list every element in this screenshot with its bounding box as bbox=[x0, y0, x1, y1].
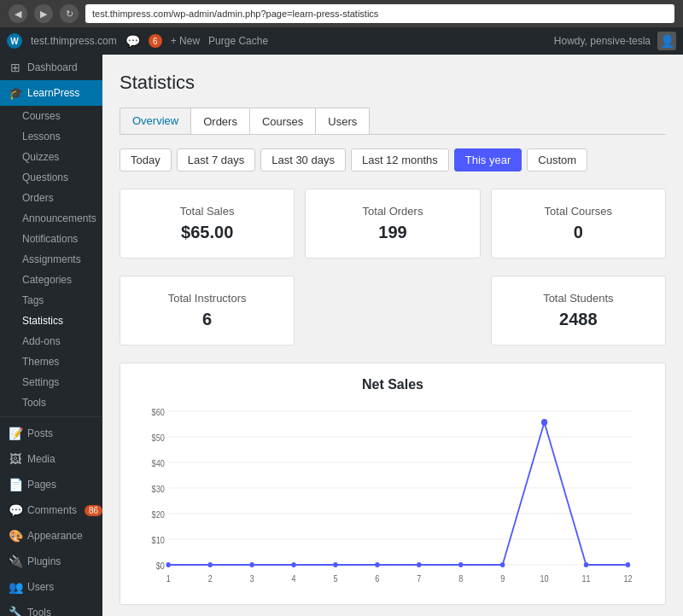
wp-logo-icon[interactable]: W bbox=[7, 33, 22, 49]
filter-last30[interactable]: Last 30 days bbox=[260, 148, 346, 171]
svg-text:4: 4 bbox=[292, 574, 297, 584]
stats-grid-row2: Total Instructors 6 Total Students 2488 bbox=[120, 276, 666, 346]
total-students-value: 2488 bbox=[509, 310, 648, 329]
svg-text:$20: $20 bbox=[152, 510, 165, 520]
tab-orders[interactable]: Orders bbox=[190, 108, 250, 134]
svg-text:$60: $60 bbox=[152, 408, 165, 418]
users-icon: 👥 bbox=[9, 580, 22, 594]
sidebar-item-dashboard[interactable]: ⊞ Dashboard bbox=[0, 55, 102, 80]
total-orders-value: 199 bbox=[323, 223, 462, 242]
filter-last12[interactable]: Last 12 months bbox=[351, 148, 449, 171]
sidebar-item-plugins[interactable]: 🔌 Plugins bbox=[0, 549, 102, 574]
chart-section: Net Sales $0 $10 $20 $30 $40 bbox=[120, 363, 666, 605]
svg-text:9: 9 bbox=[500, 574, 505, 584]
sidebar-sub-addons[interactable]: Add-ons bbox=[0, 331, 102, 352]
sidebar-tools-label: Tools bbox=[27, 607, 51, 616]
sidebar-plugins-label: Plugins bbox=[27, 555, 61, 567]
sidebar-sub-themes[interactable]: Themes bbox=[0, 352, 102, 372]
forward-button[interactable]: ▶ bbox=[34, 4, 53, 23]
posts-icon: 📝 bbox=[9, 427, 22, 440]
chart-title: Net Sales bbox=[137, 377, 648, 392]
site-name[interactable]: test.thimpress.com bbox=[31, 35, 117, 47]
sidebar: ⊞ Dashboard 🎓 LearnPress Courses Lessons… bbox=[0, 55, 102, 616]
media-icon: 🖼 bbox=[9, 452, 22, 466]
sidebar-comments-label: Comments bbox=[27, 504, 77, 516]
avatar[interactable]: 👤 bbox=[657, 32, 676, 50]
stats-grid-row1: Total Sales $65.00 Total Orders 199 Tota… bbox=[120, 189, 666, 259]
filter-row: Today Last 7 days Last 30 days Last 12 m… bbox=[120, 148, 666, 171]
total-courses-value: 0 bbox=[509, 223, 648, 242]
svg-point-15 bbox=[207, 562, 212, 567]
purge-cache-button[interactable]: Purge Cache bbox=[208, 35, 268, 47]
sidebar-sub-courses[interactable]: Courses bbox=[0, 106, 102, 126]
sidebar-learnpress-label: LearnPress bbox=[27, 87, 79, 99]
filter-custom[interactable]: Custom bbox=[527, 148, 587, 171]
total-instructors-label: Total Instructors bbox=[137, 292, 277, 305]
sidebar-sub-orders[interactable]: Orders bbox=[0, 188, 102, 208]
tab-courses[interactable]: Courses bbox=[249, 108, 316, 134]
sidebar-item-comments[interactable]: 💬 Comments 86 bbox=[0, 497, 102, 523]
sidebar-sub-assignments[interactable]: Assignments bbox=[0, 249, 102, 270]
tools-icon: 🔧 bbox=[9, 606, 22, 616]
filter-thisyear[interactable]: This year bbox=[454, 148, 522, 171]
tabs-row: Overview Orders Courses Users bbox=[120, 108, 666, 135]
svg-text:5: 5 bbox=[333, 574, 337, 584]
sidebar-posts-label: Posts bbox=[27, 427, 53, 439]
comments-sidebar-icon: 💬 bbox=[9, 503, 22, 517]
svg-text:7: 7 bbox=[417, 574, 421, 584]
sidebar-item-posts[interactable]: 📝 Posts bbox=[0, 421, 102, 446]
back-button[interactable]: ◀ bbox=[9, 4, 27, 23]
sidebar-sub-quizzes[interactable]: Quizzes bbox=[0, 147, 102, 167]
sidebar-sub-tags[interactable]: Tags bbox=[0, 290, 102, 311]
sidebar-users-label: Users bbox=[27, 581, 54, 593]
sidebar-item-tools[interactable]: 🔧 Tools bbox=[0, 600, 102, 616]
svg-point-20 bbox=[417, 562, 421, 567]
sidebar-sub-questions[interactable]: Questions bbox=[0, 167, 102, 188]
total-sales-label: Total Sales bbox=[137, 205, 277, 218]
url-text: test.thimpress.com/wp-admin/admin.php?pa… bbox=[92, 9, 378, 19]
sidebar-item-pages[interactable]: 📄 Pages bbox=[0, 472, 102, 497]
sidebar-dashboard-label: Dashboard bbox=[27, 61, 78, 73]
comments-sidebar-badge: 86 bbox=[85, 505, 102, 516]
svg-point-25 bbox=[626, 562, 630, 567]
sidebar-sub-categories[interactable]: Categories bbox=[0, 270, 102, 290]
page-title: Statistics bbox=[120, 72, 666, 94]
content-area: Statistics Overview Orders Courses Users… bbox=[102, 55, 683, 616]
browser-bar: ◀ ▶ ↻ test.thimpress.com/wp-admin/admin.… bbox=[0, 0, 683, 27]
svg-point-22 bbox=[500, 562, 505, 567]
sidebar-media-label: Media bbox=[27, 453, 55, 465]
sidebar-sub-tools[interactable]: Tools bbox=[0, 392, 102, 413]
sidebar-sub-settings[interactable]: Settings bbox=[0, 372, 102, 392]
svg-text:$50: $50 bbox=[152, 433, 165, 444]
sidebar-item-users[interactable]: 👥 Users bbox=[0, 574, 102, 600]
svg-text:1: 1 bbox=[166, 574, 171, 584]
stat-total-courses: Total Courses 0 bbox=[491, 189, 666, 259]
filter-today[interactable]: Today bbox=[120, 148, 172, 171]
tab-overview[interactable]: Overview bbox=[120, 108, 191, 134]
url-bar[interactable]: test.thimpress.com/wp-admin/admin.php?pa… bbox=[85, 4, 674, 23]
sidebar-sub-notifications[interactable]: Notifications bbox=[0, 229, 102, 249]
pages-icon: 📄 bbox=[9, 478, 22, 491]
sidebar-sub-lessons[interactable]: Lessons bbox=[0, 126, 102, 147]
svg-text:11: 11 bbox=[581, 574, 590, 584]
chart-container: $0 $10 $20 $30 $40 $50 $60 bbox=[137, 403, 648, 590]
svg-text:$10: $10 bbox=[152, 536, 165, 546]
svg-text:8: 8 bbox=[458, 574, 463, 584]
sidebar-item-media[interactable]: 🖼 Media bbox=[0, 446, 102, 472]
filter-last7[interactable]: Last 7 days bbox=[177, 148, 256, 171]
chart-svg: $0 $10 $20 $30 $40 $50 $60 bbox=[137, 403, 648, 590]
new-button[interactable]: + New bbox=[171, 35, 200, 47]
sidebar-sub-statistics[interactable]: Statistics bbox=[0, 311, 102, 331]
stat-total-instructors: Total Instructors 6 bbox=[120, 276, 295, 346]
sidebar-item-appearance[interactable]: 🎨 Appearance bbox=[0, 523, 102, 549]
plugins-icon: 🔌 bbox=[9, 555, 22, 568]
tab-users[interactable]: Users bbox=[315, 108, 370, 134]
dashboard-icon: ⊞ bbox=[9, 61, 22, 74]
svg-point-19 bbox=[375, 562, 379, 567]
svg-point-17 bbox=[291, 562, 295, 567]
total-courses-label: Total Courses bbox=[509, 205, 648, 218]
refresh-button[interactable]: ↻ bbox=[60, 4, 79, 23]
sidebar-item-learnpress[interactable]: 🎓 LearnPress bbox=[0, 80, 102, 106]
sidebar-sub-announcements[interactable]: Announcements bbox=[0, 208, 102, 229]
learnpress-icon: 🎓 bbox=[9, 86, 22, 100]
